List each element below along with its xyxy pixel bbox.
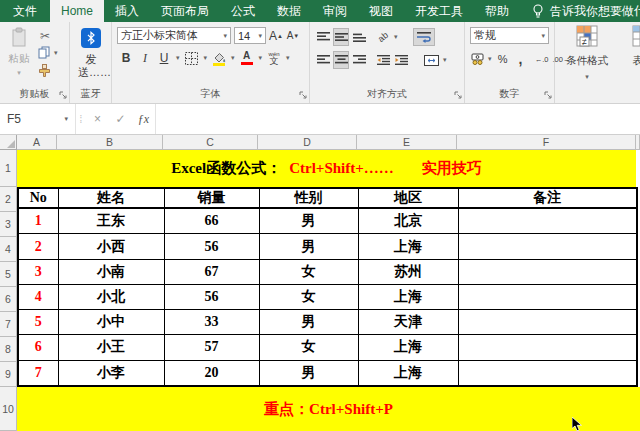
- table-cell[interactable]: 56: [164, 284, 259, 309]
- font-name-combo[interactable]: 方正小标宋简体 ▾: [117, 27, 231, 44]
- font-color-dropdown-icon[interactable]: ▾: [259, 54, 263, 62]
- underline-button[interactable]: U: [157, 50, 171, 66]
- table-cell[interactable]: 小李: [58, 360, 164, 386]
- row-header-9[interactable]: 9: [0, 362, 17, 387]
- align-middle-icon[interactable]: [334, 29, 348, 45]
- conditional-formatting-button[interactable]: ≠ 条件格式 ▾: [561, 25, 613, 81]
- row-header-6[interactable]: 6: [0, 287, 17, 312]
- table-cell[interactable]: 上海: [358, 234, 458, 259]
- table-cell[interactable]: 小中: [58, 310, 164, 335]
- tell-me-box[interactable]: 告诉我你想要做什么: [532, 0, 640, 22]
- table-cell[interactable]: 20: [164, 360, 259, 386]
- underline-dropdown-icon[interactable]: ▾: [176, 54, 180, 62]
- tab-page-layout[interactable]: 页面布局: [150, 0, 220, 22]
- italic-button[interactable]: I: [138, 50, 152, 66]
- column-header-A[interactable]: A: [17, 135, 57, 150]
- increase-font-size-button[interactable]: A▲: [269, 28, 283, 44]
- table-cell[interactable]: [458, 310, 637, 335]
- table-cell[interactable]: 男: [259, 360, 358, 386]
- font-dialog-launcher[interactable]: [299, 91, 307, 99]
- table-cell[interactable]: 女: [259, 284, 358, 309]
- table-cell[interactable]: 3: [18, 259, 58, 284]
- fill-color-dropdown-icon[interactable]: ▾: [231, 54, 235, 62]
- number-format-combo[interactable]: 常规 ▾: [470, 27, 549, 44]
- copy-button[interactable]: ▾: [38, 46, 58, 59]
- name-box[interactable]: F5 ▾: [0, 104, 76, 134]
- bold-button[interactable]: B: [119, 50, 133, 66]
- borders-button[interactable]: [185, 50, 199, 66]
- select-all-corner[interactable]: [0, 135, 17, 150]
- table-cell[interactable]: 苏州: [358, 259, 458, 284]
- table-header-cell[interactable]: 地区: [358, 188, 458, 208]
- table-cell[interactable]: 上海: [358, 360, 458, 386]
- clipboard-dialog-launcher[interactable]: [59, 91, 67, 99]
- cancel-button[interactable]: ×: [86, 104, 109, 134]
- table-cell[interactable]: 男: [259, 234, 358, 259]
- table-cell[interactable]: 女: [259, 335, 358, 360]
- formula-input[interactable]: [155, 104, 640, 134]
- format-painter-button[interactable]: [38, 64, 51, 77]
- align-top-icon[interactable]: [316, 29, 330, 45]
- tab-insert[interactable]: 插入: [104, 0, 150, 22]
- table-header-cell[interactable]: No: [18, 188, 58, 208]
- table-cell[interactable]: 4: [18, 284, 58, 309]
- decrease-indent-icon[interactable]: [376, 52, 390, 68]
- merge-dropdown-icon[interactable]: ▾: [443, 56, 447, 64]
- table-cell[interactable]: [458, 259, 637, 284]
- paste-button[interactable]: 粘贴 ▾: [6, 27, 32, 77]
- orientation-button[interactable]: ab: [376, 29, 390, 45]
- table-cell[interactable]: 67: [164, 259, 259, 284]
- font-color-button[interactable]: A: [240, 50, 254, 66]
- increase-indent-icon[interactable]: [394, 52, 408, 68]
- font-size-combo[interactable]: 14 ▾: [234, 27, 266, 44]
- table-cell[interactable]: 上海: [358, 284, 458, 309]
- table-cell[interactable]: [458, 284, 637, 309]
- footer-banner-cell[interactable]: 重点：Ctrl+Shift+P: [17, 387, 640, 431]
- bluetooth-send-button[interactable]: 发送……: [77, 28, 105, 79]
- column-header-C[interactable]: C: [163, 135, 258, 150]
- table-cell[interactable]: 天津: [358, 310, 458, 335]
- table-header-cell[interactable]: 姓名: [58, 188, 164, 208]
- orientation-dropdown-icon[interactable]: ▾: [394, 33, 398, 41]
- table-cell[interactable]: 北京: [358, 208, 458, 234]
- column-header-E[interactable]: E: [357, 135, 457, 150]
- column-header-B[interactable]: B: [57, 135, 163, 150]
- comma-style-button[interactable]: ,: [514, 51, 528, 67]
- align-right-icon[interactable]: [352, 52, 366, 68]
- table-cell[interactable]: [458, 208, 637, 234]
- fill-color-button[interactable]: [212, 50, 226, 66]
- table-cell[interactable]: [458, 335, 637, 360]
- table-cell[interactable]: 33: [164, 310, 259, 335]
- table-cell[interactable]: 小南: [58, 259, 164, 284]
- tab-home[interactable]: Home: [50, 0, 104, 22]
- table-cell[interactable]: 1: [18, 208, 58, 234]
- row-header-2[interactable]: 2: [0, 187, 17, 212]
- tab-data[interactable]: 数据: [266, 0, 312, 22]
- row-header-1[interactable]: 1: [0, 150, 17, 187]
- table-header-cell[interactable]: 备注: [458, 188, 637, 208]
- tab-review[interactable]: 审阅: [312, 0, 358, 22]
- phonetic-dropdown-icon[interactable]: ▾: [286, 54, 290, 62]
- table-cell[interactable]: 66: [164, 208, 259, 234]
- title-banner-cell[interactable]: Excel函数公式： Ctrl+Shift+…… 实用技巧: [17, 150, 636, 187]
- row-header-8[interactable]: 8: [0, 337, 17, 362]
- insert-function-button[interactable]: ƒx: [132, 104, 155, 134]
- column-header-F[interactable]: F: [457, 135, 636, 150]
- row-header-4[interactable]: 4: [0, 237, 17, 262]
- align-center-icon[interactable]: [334, 52, 348, 68]
- number-dialog-launcher[interactable]: [544, 91, 552, 99]
- table-cell[interactable]: [458, 234, 637, 259]
- row-header-10[interactable]: 10: [0, 387, 17, 431]
- tab-file[interactable]: 文件: [0, 0, 50, 22]
- table-cell[interactable]: 56: [164, 234, 259, 259]
- table-cell[interactable]: 小西: [58, 234, 164, 259]
- table-cell[interactable]: 王东: [58, 208, 164, 234]
- alignment-dialog-launcher[interactable]: [454, 91, 462, 99]
- table-cell[interactable]: 女: [259, 259, 358, 284]
- table-cell[interactable]: 6: [18, 335, 58, 360]
- table-header-cell[interactable]: 销量: [164, 188, 259, 208]
- align-bottom-icon[interactable]: [352, 29, 366, 45]
- row-header-7[interactable]: 7: [0, 312, 17, 337]
- tab-view[interactable]: 视图: [358, 0, 404, 22]
- tab-formulas[interactable]: 公式: [220, 0, 266, 22]
